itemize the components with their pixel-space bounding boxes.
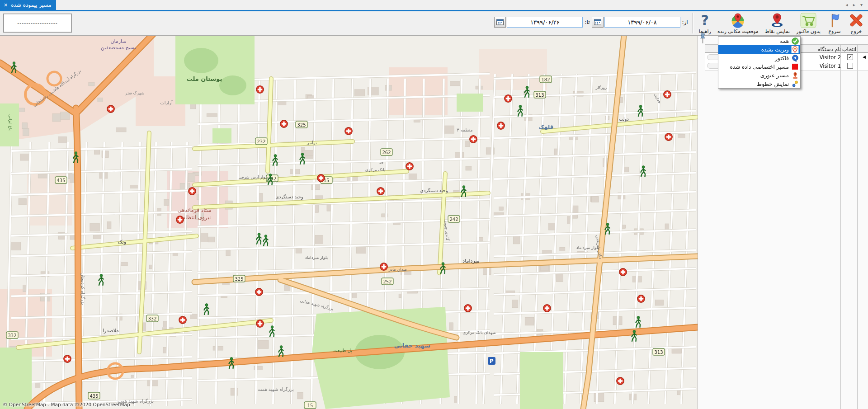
help-button[interactable]: ? راهنما xyxy=(696,11,714,35)
visit-point-marker[interactable] xyxy=(256,320,264,327)
menu-item-assigned-route[interactable]: مسیر اختصاصی داده شده xyxy=(718,62,800,71)
menu-item-label: مسیر عبوری xyxy=(760,72,789,79)
visit-point-marker[interactable] xyxy=(255,288,263,296)
svg-text:332: 332 xyxy=(148,316,156,321)
visit-point-marker[interactable] xyxy=(107,105,114,113)
map-canvas[interactable]: P 18231331332532523224224215152522623323… xyxy=(0,36,698,409)
exit-x-icon xyxy=(849,12,864,28)
visit-point-marker[interactable] xyxy=(543,305,551,312)
map-label: شهرک فجر xyxy=(125,91,145,95)
road-badge: 332 xyxy=(6,332,18,338)
tab-scroll-buttons[interactable]: ◂ ▸ ▾ xyxy=(846,2,864,7)
visitor-2-checkbox[interactable]: ✓ xyxy=(847,54,853,60)
svg-text:435: 435 xyxy=(57,178,65,183)
svg-text:313: 313 xyxy=(535,93,544,98)
svg-text:313: 313 xyxy=(654,350,663,355)
svg-text:252: 252 xyxy=(383,279,392,284)
visit-point-marker[interactable] xyxy=(179,316,186,324)
visit-point-marker[interactable] xyxy=(464,305,472,312)
visit-point-marker[interactable] xyxy=(619,268,627,276)
visit-point-marker[interactable] xyxy=(345,127,352,135)
map-label: سازمان xyxy=(110,38,126,44)
map-label: آرارات xyxy=(160,100,173,105)
visit-point-marker[interactable] xyxy=(406,163,413,170)
menu-item-show-lines[interactable]: نمایش خطوط xyxy=(718,80,800,88)
map-label: بوستان ملت xyxy=(187,75,222,82)
cart-icon xyxy=(800,12,816,28)
visit-point-marker[interactable] xyxy=(505,95,512,102)
menu-item-all[interactable]: همه xyxy=(718,37,800,45)
map-label: شهید حقانی xyxy=(394,342,430,349)
tab-title: مسیر پیموده شده xyxy=(11,2,51,8)
visit-point-marker[interactable] xyxy=(256,86,264,93)
red-pin-icon xyxy=(769,12,785,28)
visit-point-marker[interactable] xyxy=(280,120,288,127)
visit-point-marker[interactable] xyxy=(317,174,325,182)
svg-text:182: 182 xyxy=(541,77,550,82)
map-label: باغ ایرانی xyxy=(8,114,13,131)
menu-item-transit-route[interactable]: مسیر عبوری xyxy=(718,71,800,80)
live-location-button[interactable]: موقعیت مکانی زنده xyxy=(714,11,762,35)
tab-traveled-route[interactable]: ✕ مسیر پیموده شده xyxy=(0,0,56,10)
toolbar-right-group: خروج شروع xyxy=(494,11,867,35)
road-badge: 15 xyxy=(304,402,316,409)
road-badge: 313 xyxy=(653,348,665,355)
map-svg: P 18231331332532523224224215152522623323… xyxy=(0,36,698,409)
visit-point-marker[interactable] xyxy=(380,263,387,270)
live-location-icon xyxy=(730,12,745,28)
tab-close-icon[interactable]: ✕ xyxy=(4,2,8,8)
map-label: منطقه ۳ xyxy=(457,127,473,132)
visit-point-marker[interactable] xyxy=(664,91,671,98)
map-label: ونک xyxy=(118,239,126,245)
menu-item-unvisited[interactable]: ویزیت نشده xyxy=(718,45,800,54)
map-label: بانک مرکزی xyxy=(365,168,386,172)
visit-point-marker[interactable] xyxy=(665,133,672,141)
start-button[interactable]: شروع xyxy=(824,11,845,35)
table-gridline xyxy=(857,44,858,409)
map-label: توانیر xyxy=(307,140,317,145)
map-label: پل طبیعت xyxy=(333,348,352,353)
menu-item-invoice[interactable]: فاکتور xyxy=(718,54,800,62)
visit-filter-menu: همه ویزیت نشده فاکتور مسیر ا xyxy=(718,36,801,89)
map-label: وحید دستگردی xyxy=(275,194,303,200)
show-points-button[interactable]: نمایش نقاط xyxy=(762,11,793,35)
filter-combobox[interactable]: ------------------ xyxy=(3,14,72,33)
visit-point-marker[interactable] xyxy=(189,188,196,195)
current-row-indicator: ◀ xyxy=(863,55,866,59)
date-to-calendar-button[interactable] xyxy=(494,17,506,28)
date-to-input[interactable] xyxy=(507,17,583,28)
road-badge: 435 xyxy=(88,392,100,399)
map-label: بلوار آرش شرقی xyxy=(239,174,268,179)
map-label: ستاد فرماندهی xyxy=(178,207,212,214)
menu-item-label: مسیر اختصاصی داده شده xyxy=(730,64,789,70)
date-to-group: تا: xyxy=(494,17,591,28)
map-attribution: © OpenStreetMap - Map data ©2020 OpenStr… xyxy=(3,402,130,407)
visit-point-marker[interactable] xyxy=(176,216,184,223)
road-badge: 262 xyxy=(381,149,392,155)
live-location-label: موقعیت مکانی زنده xyxy=(717,28,759,34)
date-from-group: از: xyxy=(592,17,690,28)
row-indicator-header xyxy=(858,45,868,53)
visit-point-marker[interactable] xyxy=(377,188,384,195)
visit-point-marker[interactable] xyxy=(637,295,645,302)
road-badge: 325 xyxy=(233,275,245,282)
map-label: بسیج مستضعفین xyxy=(101,45,136,51)
svg-text:332: 332 xyxy=(8,333,16,338)
tab-bar: ✕ مسیر پیموده شده ◂ ▸ ▾ xyxy=(0,0,868,10)
exit-button[interactable]: خروج xyxy=(845,11,867,35)
select-column-header: انتخاب xyxy=(841,45,858,53)
date-from-calendar-button[interactable] xyxy=(592,17,604,28)
visit-point-marker[interactable] xyxy=(497,122,505,129)
visit-point-marker[interactable] xyxy=(470,136,477,143)
date-from-input[interactable] xyxy=(604,17,680,28)
map-label: بزرگراه کردستان xyxy=(80,273,85,305)
map-label: وحید دستگردی xyxy=(420,188,448,193)
road-badge: 313 xyxy=(534,91,546,98)
visit-point-marker[interactable] xyxy=(617,377,624,385)
visitor-1-checkbox[interactable] xyxy=(847,63,853,69)
visit-point-marker[interactable] xyxy=(64,355,71,362)
no-invoice-label: بدون فاکتور xyxy=(796,28,821,34)
date-from-label: از: xyxy=(682,19,688,25)
show-lines-icon xyxy=(791,80,799,88)
no-invoice-button[interactable]: بدون فاکتور xyxy=(793,11,824,35)
